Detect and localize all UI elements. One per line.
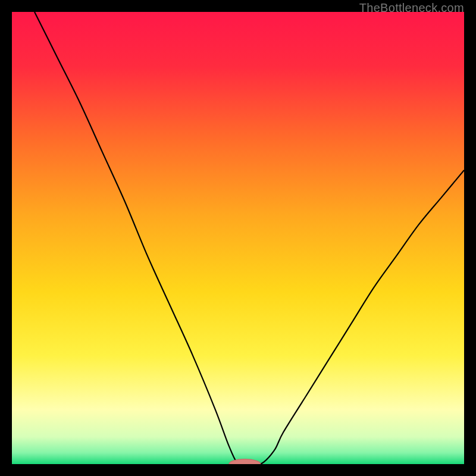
chart-frame: TheBottleneck.com bbox=[0, 0, 476, 476]
bottleneck-chart bbox=[12, 12, 464, 464]
chart-background bbox=[12, 12, 464, 464]
